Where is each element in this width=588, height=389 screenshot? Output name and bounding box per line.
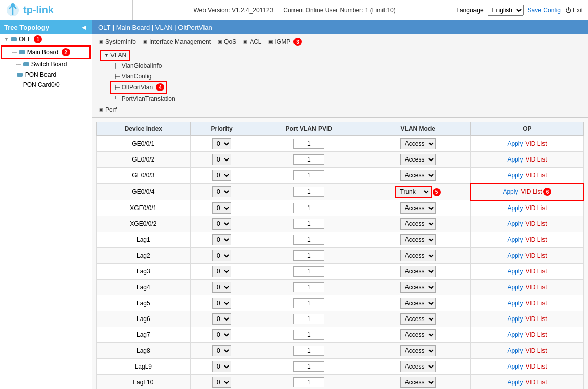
menu-vlan-config[interactable]: ├─ VlanConfig [110, 71, 584, 81]
priority-select-5[interactable]: 01234567 [212, 218, 231, 230]
priority-select-11[interactable]: 01234567 [212, 313, 231, 325]
vlan-mode-select-4[interactable]: AccessTrunkHybrid [400, 202, 436, 214]
vlan-mode-select-2[interactable]: AccessTrunkHybrid [400, 170, 436, 181]
vlan-mode-select-0[interactable]: AccessTrunkHybrid [400, 138, 436, 149]
priority-select-1[interactable]: 01234567 [212, 154, 231, 165]
vlan-mode-select-8[interactable]: AccessTrunkHybrid [400, 266, 436, 277]
vid-list-link-13[interactable]: VID List [525, 347, 547, 354]
apply-link-3[interactable]: Apply [503, 188, 518, 195]
apply-link-6[interactable]: Apply [507, 236, 523, 243]
sidebar-item-olt[interactable]: ▼ OLT 1 [0, 34, 92, 45]
menu-qos[interactable]: ▣ QoS [215, 36, 239, 48]
vlan-mode-select-12[interactable]: AccessTrunkHybrid [400, 329, 436, 340]
priority-select-6[interactable]: 01234567 [212, 234, 231, 245]
apply-link-5[interactable]: Apply [507, 220, 523, 227]
vlan-mode-select-9[interactable]: AccessTrunkHybrid [400, 282, 436, 293]
sidebar-item-pon-board[interactable]: ├─ PON Board [0, 70, 92, 80]
priority-select-15[interactable]: 01234567 [212, 377, 231, 388]
vid-list-link-15[interactable]: VID List [525, 379, 547, 386]
vid-list-link-3[interactable]: VID List [521, 188, 542, 195]
apply-link-15[interactable]: Apply [507, 379, 523, 386]
pvid-input-7[interactable] [293, 250, 324, 261]
priority-select-7[interactable]: 01234567 [212, 250, 231, 261]
vid-list-link-8[interactable]: VID List [525, 268, 547, 275]
menu-vlan-global[interactable]: ├─ VlanGlobalInfo [110, 61, 584, 71]
apply-link-9[interactable]: Apply [507, 284, 523, 291]
vid-list-link-4[interactable]: VID List [525, 204, 547, 212]
vid-list-link-9[interactable]: VID List [525, 284, 547, 291]
menu-olt-port-vlan[interactable]: ├─ OltPortVlan 4 [110, 81, 167, 94]
pvid-input-11[interactable] [293, 314, 324, 324]
menu-igmp[interactable]: ▣ IGMP 3 [265, 36, 305, 48]
menu-vlan[interactable]: ▼ VLAN [100, 50, 130, 61]
vlan-mode-select-3[interactable]: AccessTrunkHybrid [395, 186, 432, 198]
pvid-input-14[interactable] [293, 361, 324, 372]
sidebar-item-switch-board[interactable]: ├─ Switch Board [0, 59, 92, 70]
pvid-input-15[interactable] [293, 377, 324, 387]
priority-select-8[interactable]: 01234567 [212, 266, 231, 277]
apply-link-1[interactable]: Apply [507, 156, 523, 163]
priority-select-14[interactable]: 01234567 [212, 361, 231, 372]
apply-link-2[interactable]: Apply [507, 172, 523, 179]
vlan-mode-select-6[interactable]: AccessTrunkHybrid [400, 234, 436, 245]
pvid-input-5[interactable] [293, 219, 324, 229]
vid-list-link-11[interactable]: VID List [525, 315, 547, 323]
vlan-mode-select-1[interactable]: AccessTrunkHybrid [400, 154, 436, 165]
menu-system-info[interactable]: ▣ SystemInfo [96, 36, 139, 48]
vlan-mode-select-5[interactable]: AccessTrunkHybrid [400, 218, 436, 230]
vid-list-link-6[interactable]: VID List [525, 236, 547, 243]
pvid-input-12[interactable] [293, 330, 324, 340]
pvid-input-13[interactable] [293, 346, 324, 356]
priority-select-13[interactable]: 01234567 [212, 345, 231, 356]
vid-list-link-12[interactable]: VID List [525, 331, 547, 338]
apply-link-11[interactable]: Apply [507, 315, 523, 323]
priority-select-2[interactable]: 01234567 [212, 170, 231, 181]
vlan-mode-select-14[interactable]: AccessTrunkHybrid [400, 361, 436, 372]
apply-link-8[interactable]: Apply [507, 268, 523, 275]
vlan-mode-select-10[interactable]: AccessTrunkHybrid [400, 298, 436, 309]
apply-link-7[interactable]: Apply [507, 252, 523, 259]
pvid-input-1[interactable] [293, 154, 324, 165]
pvid-input-6[interactable] [293, 235, 324, 245]
vid-list-link-14[interactable]: VID List [525, 363, 547, 370]
vid-list-link-0[interactable]: VID List [525, 140, 547, 147]
apply-link-0[interactable]: Apply [507, 140, 523, 147]
vid-list-link-5[interactable]: VID List [525, 220, 547, 227]
menu-port-vlan-trans[interactable]: └─ PortVlanTranslation [110, 94, 584, 104]
menu-perf[interactable]: ▣ Perf [96, 105, 120, 115]
sidebar-item-pon-card[interactable]: └─ PON Card0/0 [0, 80, 92, 90]
exit-button[interactable]: ⏻ Exit [565, 7, 583, 14]
priority-select-0[interactable]: 01234567 [212, 138, 231, 149]
sidebar-collapse-arrow[interactable]: ◄ [80, 23, 87, 31]
vid-list-link-10[interactable]: VID List [525, 300, 547, 307]
apply-link-13[interactable]: Apply [507, 347, 523, 354]
vlan-mode-select-15[interactable]: AccessTrunkHybrid [400, 377, 436, 388]
pvid-input-4[interactable] [293, 203, 324, 213]
pvid-input-2[interactable] [293, 170, 324, 180]
vlan-mode-select-11[interactable]: AccessTrunkHybrid [400, 313, 436, 325]
vlan-mode-select-13[interactable]: AccessTrunkHybrid [400, 345, 436, 356]
pvid-input-0[interactable] [293, 139, 324, 149]
vid-list-link-1[interactable]: VID List [525, 156, 547, 163]
pvid-input-3[interactable] [293, 187, 324, 197]
priority-select-10[interactable]: 01234567 [212, 298, 231, 309]
apply-link-10[interactable]: Apply [507, 300, 523, 307]
menu-interface-mgmt[interactable]: ▣ Interface Management [140, 36, 214, 48]
priority-select-4[interactable]: 01234567 [212, 202, 231, 214]
vlan-mode-select-7[interactable]: AccessTrunkHybrid [400, 250, 436, 261]
apply-link-12[interactable]: Apply [507, 331, 523, 338]
vid-list-link-2[interactable]: VID List [525, 172, 547, 179]
apply-link-14[interactable]: Apply [507, 363, 523, 370]
pvid-input-8[interactable] [293, 266, 324, 277]
sidebar-item-main-board[interactable]: ├─ Main Board 2 [1, 45, 91, 59]
language-select[interactable]: English [488, 5, 524, 16]
priority-select-12[interactable]: 01234567 [212, 329, 231, 340]
menu-acl[interactable]: ▣ ACL [240, 36, 264, 48]
priority-select-3[interactable]: 01234567 [212, 186, 231, 197]
pvid-input-10[interactable] [293, 298, 324, 308]
save-config-link[interactable]: Save Config [528, 7, 561, 14]
priority-select-9[interactable]: 01234567 [212, 282, 231, 293]
apply-link-4[interactable]: Apply [507, 204, 523, 212]
vid-list-link-7[interactable]: VID List [525, 252, 547, 259]
pvid-input-9[interactable] [293, 282, 324, 292]
